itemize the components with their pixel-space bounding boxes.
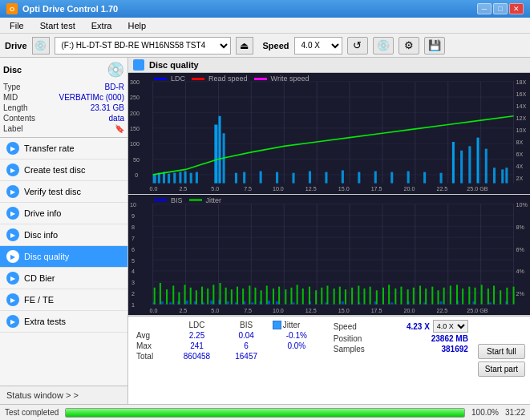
menu-help[interactable]: Help <box>121 19 152 32</box>
disc-type-label: Type <box>3 83 21 91</box>
drive-icon-btn[interactable]: 💿 <box>32 37 50 55</box>
bis-legend: BIS <box>154 196 183 204</box>
svg-rect-33 <box>243 172 245 184</box>
svg-rect-169 <box>363 288 365 304</box>
svg-rect-170 <box>370 286 371 304</box>
svg-rect-51 <box>493 168 496 183</box>
status-window-button[interactable]: Status window > > <box>0 386 127 404</box>
sidebar-item-cd-bier-label: CD Bier <box>24 273 55 283</box>
max-bis: 6 <box>224 341 269 351</box>
svg-rect-159 <box>302 288 304 304</box>
speed-display: 4.23 X 4.0 X <box>407 320 468 333</box>
svg-text:20.0: 20.0 <box>404 185 415 192</box>
sidebar-item-create-test-disc-label: Create test disc <box>24 165 85 175</box>
sidebar-item-drive-info[interactable]: ▶ Drive info <box>0 203 127 224</box>
avg-label: Avg <box>133 330 170 341</box>
minimize-button[interactable]: ─ <box>477 3 492 14</box>
sidebar: Disc 💿 Type BD-R MID VERBATIMc (000) Len… <box>0 58 128 404</box>
menu-file[interactable]: File <box>3 19 30 32</box>
svg-text:8: 8 <box>131 223 135 231</box>
svg-rect-148 <box>237 286 238 304</box>
sidebar-item-verify-test-disc[interactable]: ▶ Verify test disc <box>0 181 127 203</box>
position-value: 23862 MB <box>431 334 468 343</box>
svg-rect-134 <box>154 287 156 304</box>
svg-rect-151 <box>254 287 256 304</box>
top-chart-legend: LDC Read speed Write speed <box>154 75 309 83</box>
svg-text:5.0: 5.0 <box>211 306 219 314</box>
jitter-checkbox[interactable] <box>273 321 281 329</box>
svg-rect-161 <box>315 290 317 304</box>
sidebar-item-disc-info[interactable]: ▶ Disc info <box>0 224 127 246</box>
title-bar: O Opti Drive Control 1.70 ─ □ ✕ <box>0 0 530 18</box>
sidebar-item-cd-bier[interactable]: ▶ CD Bier <box>0 268 127 289</box>
svg-rect-163 <box>326 285 328 304</box>
svg-text:6: 6 <box>131 245 135 253</box>
menu-start-test[interactable]: Start test <box>34 19 82 32</box>
sidebar-item-fe-te[interactable]: ▶ FE / TE <box>0 289 127 311</box>
save-button[interactable]: 💾 <box>424 37 445 55</box>
svg-text:7: 7 <box>131 234 135 242</box>
svg-text:4X: 4X <box>516 163 524 170</box>
svg-text:10X: 10X <box>516 127 527 134</box>
eject-button[interactable]: ⏏ <box>236 37 253 55</box>
svg-rect-184 <box>456 285 458 304</box>
svg-text:3: 3 <box>131 278 135 286</box>
drive-select[interactable]: (F:) HL-DT-ST BD-RE WH16NS58 TST4 <box>55 37 231 55</box>
max-label: Max <box>133 341 170 351</box>
sidebar-item-disc-quality[interactable]: ▶ Disc quality <box>0 246 127 268</box>
start-full-button[interactable]: Start full <box>478 344 525 359</box>
disc-label-row: Label 🔖 <box>3 123 124 134</box>
samples-label: Samples <box>334 345 365 353</box>
close-button[interactable]: ✕ <box>509 3 524 14</box>
avg-jitter: -0.1% <box>269 330 324 341</box>
svg-rect-183 <box>450 285 451 304</box>
svg-rect-23 <box>168 174 170 184</box>
svg-rect-190 <box>493 285 495 304</box>
title-bar-left: O Opti Drive Control 1.70 <box>6 3 118 14</box>
svg-rect-113 <box>227 301 229 304</box>
disc-info-icon: ▶ <box>6 228 19 241</box>
menu-extra[interactable]: Extra <box>85 19 119 32</box>
sidebar-item-transfer-rate[interactable]: ▶ Transfer rate <box>0 138 127 160</box>
sidebar-item-fe-te-label: FE / TE <box>24 295 54 305</box>
start-part-button[interactable]: Start part <box>478 361 525 377</box>
speed-select[interactable]: 4.0 X <box>294 37 342 55</box>
svg-text:8X: 8X <box>516 139 524 146</box>
svg-text:10%: 10% <box>516 200 528 208</box>
ldc-legend: LDC <box>154 75 185 83</box>
disc-contents-label: Contents <box>3 114 35 123</box>
avg-bis: 0.04 <box>224 330 269 341</box>
svg-rect-187 <box>474 287 475 304</box>
svg-text:7.5: 7.5 <box>244 306 252 314</box>
svg-rect-135 <box>160 282 161 304</box>
svg-rect-146 <box>225 287 227 304</box>
sidebar-item-extra-tests[interactable]: ▶ Extra tests <box>0 311 127 333</box>
settings-button[interactable]: ⚙ <box>399 37 419 55</box>
svg-text:5.0: 5.0 <box>211 185 219 192</box>
disc-button[interactable]: 💿 <box>373 37 394 55</box>
svg-rect-139 <box>184 285 186 304</box>
refresh-button[interactable]: ↺ <box>347 37 368 55</box>
svg-rect-182 <box>443 287 445 304</box>
disc-contents-row: Contents data <box>3 113 124 123</box>
speed-select-stats[interactable]: 4.0 X <box>433 320 468 333</box>
svg-text:12.5: 12.5 <box>305 306 317 314</box>
maximize-button[interactable]: □ <box>493 3 508 14</box>
svg-rect-47 <box>460 151 463 184</box>
svg-rect-145 <box>219 282 220 304</box>
svg-rect-186 <box>468 286 470 304</box>
svg-rect-41 <box>374 172 377 184</box>
stats-table: LDC BIS Jitter <box>128 317 329 404</box>
speed-row: Speed 4.23 X 4.0 X <box>334 320 468 333</box>
svg-rect-188 <box>481 285 483 304</box>
svg-rect-173 <box>388 285 390 304</box>
svg-text:14X: 14X <box>516 103 527 110</box>
disc-label-icon[interactable]: 🔖 <box>115 124 124 133</box>
disc-quality-icon: ▶ <box>6 250 19 263</box>
svg-text:4: 4 <box>131 267 136 275</box>
status-text: Test completed <box>5 408 59 417</box>
disc-type-value: BD-R <box>105 83 124 91</box>
svg-rect-34 <box>260 172 262 184</box>
disc-panel: Disc 💿 Type BD-R MID VERBATIMc (000) Len… <box>0 58 127 138</box>
sidebar-item-create-test-disc[interactable]: ▶ Create test disc <box>0 160 127 181</box>
